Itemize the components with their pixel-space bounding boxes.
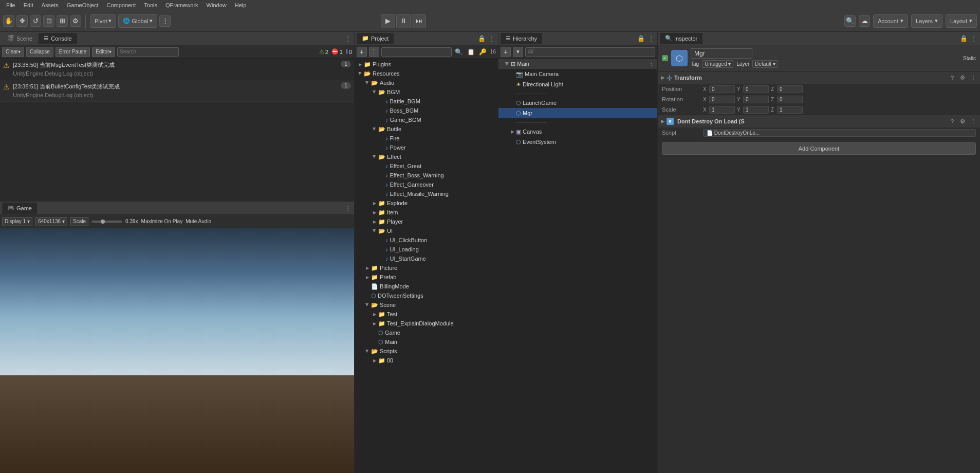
menu-help[interactable]: Help xyxy=(231,2,251,8)
transform-more-btn[interactable]: ⋮ xyxy=(969,74,977,82)
hierarchy-menu-btn[interactable]: ⋮ xyxy=(647,34,655,43)
collapse-button[interactable]: Collapse xyxy=(26,47,53,57)
main-group-menu[interactable]: ⋮ xyxy=(649,61,654,67)
tool-rect[interactable]: ⊞ xyxy=(57,15,68,27)
search-btn[interactable]: 🔍 xyxy=(844,15,856,27)
tag-dropdown[interactable]: Untagged ▾ xyxy=(702,60,733,68)
hierarchy-main-camera[interactable]: 📷 Main Camera xyxy=(498,69,657,79)
scale-x-input[interactable] xyxy=(709,106,735,114)
tree-item-fire[interactable]: ▶ ♪ Fire xyxy=(355,134,498,143)
hierarchy-add-btn[interactable]: + xyxy=(501,47,511,57)
transform-settings-btn[interactable]: ⚙ xyxy=(958,74,967,82)
transform-header[interactable]: ▶ ⊹ Transform ? ⚙ ⋮ xyxy=(658,71,980,84)
menu-edit[interactable]: Edit xyxy=(20,2,38,8)
play-button[interactable]: ▶ xyxy=(381,14,395,28)
inspector-lock-btn[interactable]: 🔒 xyxy=(959,34,968,43)
tree-item-item[interactable]: ▶ 📁 Item xyxy=(355,208,498,217)
hierarchy-add-btn2[interactable]: ▾ xyxy=(513,47,523,57)
hierarchy-dir-light[interactable]: ☀ Directional Light xyxy=(498,79,657,89)
tree-item-effect-gameover[interactable]: ▶ ♪ Effect_Gameover xyxy=(355,180,498,189)
tree-item-prefab[interactable]: ▶ 📁 Prefab xyxy=(355,272,498,282)
tree-item-scene-folder[interactable]: ▶ 📂 Scene xyxy=(355,300,498,310)
project-lock-btn[interactable]: 🔒 xyxy=(477,34,486,43)
tool-scale[interactable]: ⊡ xyxy=(43,15,54,27)
layer-dropdown[interactable]: Default ▾ xyxy=(752,60,778,68)
tree-item-picture[interactable]: ▶ 📁 Picture xyxy=(355,263,498,272)
maximize-label[interactable]: Maximize On Play xyxy=(141,219,183,224)
tree-item-buttle[interactable]: ▶ 📂 Buttle xyxy=(355,124,498,134)
pos-y-input[interactable] xyxy=(743,85,769,93)
tab-inspector[interactable]: 🔍 Inspector xyxy=(660,33,702,44)
scale-slider[interactable] xyxy=(91,221,122,223)
tree-item-scripts[interactable]: ▶ 📂 Scripts xyxy=(355,347,498,356)
tree-item-explode[interactable]: ▶ 📁 Explode xyxy=(355,198,498,208)
pos-x-input[interactable] xyxy=(709,85,735,93)
layout-dropdown[interactable]: Layout ▾ xyxy=(946,14,977,28)
tool-move[interactable]: ✥ xyxy=(16,15,28,27)
tab-hierarchy[interactable]: ☰ Hierarchy xyxy=(501,33,542,44)
project-icon2[interactable]: 📋 xyxy=(466,47,476,57)
menu-window[interactable]: Window xyxy=(202,2,231,8)
menu-qframework[interactable]: QFramework xyxy=(161,2,202,8)
hierarchy-main-group[interactable]: ▶ ⊞ Main ⋮ xyxy=(498,59,657,69)
hierarchy-search[interactable] xyxy=(525,47,655,57)
resolution-dropdown[interactable]: 640x1136 ▾ xyxy=(35,217,67,226)
dont-destroy-more-btn[interactable]: ⋮ xyxy=(969,117,977,125)
pivot-button[interactable]: Pivot ▾ xyxy=(90,14,116,28)
project-add-btn[interactable]: + xyxy=(357,47,367,57)
tree-item-dotween[interactable]: ▶ ⬡ DOTweenSettings xyxy=(355,291,498,300)
console-row-2[interactable]: ⚠ [23:38:51] 当前BulletConfigTest类测试完成 Uni… xyxy=(0,80,354,102)
rot-z-input[interactable] xyxy=(777,96,803,103)
hierarchy-lock-btn[interactable]: 🔒 xyxy=(637,34,645,43)
tree-item-game-bgm[interactable]: ▶ ♪ Game_BGM xyxy=(355,115,498,124)
hierarchy-event-system[interactable]: ⬡ EventSystem xyxy=(498,137,657,147)
tree-item-bgm[interactable]: ▶ 📂 BGM xyxy=(355,87,498,97)
tree-item-test[interactable]: ▶ 📁 Test xyxy=(355,310,498,319)
menu-gameobject[interactable]: GameObject xyxy=(63,2,103,8)
tree-item-resources[interactable]: ▶ 📂 Resources xyxy=(355,69,498,78)
tree-item-test-explain[interactable]: ▶ 📁 Test_ExplainDialogModule xyxy=(355,319,498,328)
hierarchy-launch-game[interactable]: ⬡ LaunchGame xyxy=(498,98,657,108)
scale-z-input[interactable] xyxy=(777,106,803,114)
account-dropdown[interactable]: Account ▾ xyxy=(873,14,908,28)
step-button[interactable]: ⏭ xyxy=(412,14,426,28)
project-add-btn2[interactable]: ⋮ xyxy=(369,47,379,57)
project-icon1[interactable]: 🔍 xyxy=(454,47,464,57)
tree-item-main-scene[interactable]: ▶ ⬡ Main xyxy=(355,337,498,347)
pause-button[interactable]: ⏸ xyxy=(396,14,411,28)
tool-transform[interactable]: ⚙ xyxy=(70,15,81,27)
object-enabled-checkbox[interactable]: ✓ xyxy=(662,55,668,61)
clear-button[interactable]: Clear ▾ xyxy=(2,47,24,57)
tree-item-power[interactable]: ▶ ♪ Power xyxy=(355,143,498,152)
tree-item-plugins[interactable]: ▶ 📁 Plugins xyxy=(355,60,498,69)
dont-destroy-header[interactable]: ▶ # Dont Destroy On Load (S ? ⚙ ⋮ xyxy=(658,115,980,128)
tree-item-effect-great[interactable]: ▶ ♪ Effcet_Great xyxy=(355,161,498,171)
tree-item-boss-bgm[interactable]: ▶ ♪ Boss_BGM xyxy=(355,106,498,115)
tool-hand[interactable]: ✋ xyxy=(3,15,14,27)
dont-destroy-settings-btn[interactable]: ⚙ xyxy=(958,117,967,125)
tab-console[interactable]: ☰ Console xyxy=(39,33,77,44)
tree-item-player[interactable]: ▶ 📁 Player xyxy=(355,217,498,226)
rot-y-input[interactable] xyxy=(743,96,769,103)
tab-project[interactable]: 📁 Project xyxy=(357,33,394,44)
layers-dropdown[interactable]: Layers ▾ xyxy=(911,14,942,28)
console-search-input[interactable] xyxy=(117,47,179,57)
tool-rotate[interactable]: ↺ xyxy=(30,15,41,27)
grid-button[interactable]: ⋮ xyxy=(159,15,171,27)
error-pause-button[interactable]: Error Pause xyxy=(56,47,90,57)
rot-x-input[interactable] xyxy=(709,96,735,103)
tree-item-ui[interactable]: ▶ 📂 UI xyxy=(355,226,498,235)
tree-item-ui-click[interactable]: ▶ ♪ UI_ClickButton xyxy=(355,235,498,245)
tree-item-game-scene[interactable]: ▶ ⬡ Game xyxy=(355,328,498,337)
mute-label[interactable]: Mute Audio xyxy=(186,219,211,224)
tab-game[interactable]: 🎮 Game xyxy=(2,203,37,214)
tree-item-effect[interactable]: ▶ 📂 Effect xyxy=(355,152,498,161)
tree-item-ui-loading[interactable]: ▶ ♪ UI_Loading xyxy=(355,245,498,254)
game-menu-btn[interactable]: ⋮ xyxy=(344,204,352,212)
global-button[interactable]: 🌐 Global ▾ xyxy=(118,14,157,28)
tree-item-audio[interactable]: ▶ 📂 Audio xyxy=(355,78,498,87)
cloud-btn[interactable]: ☁ xyxy=(859,15,870,27)
hierarchy-mgr[interactable]: ⬡ Mgr xyxy=(498,108,657,118)
console-menu-btn[interactable]: ⋮ xyxy=(344,34,352,43)
inspector-menu-btn[interactable]: ⋮ xyxy=(970,34,978,43)
